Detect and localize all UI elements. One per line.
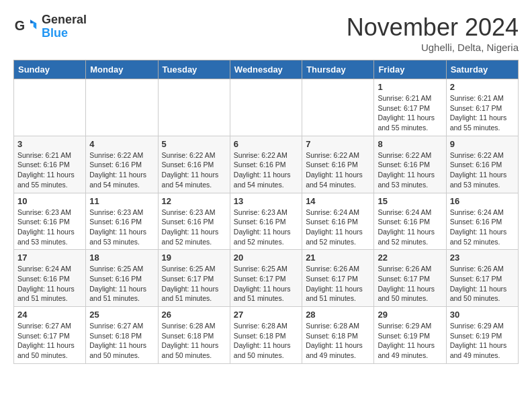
- title-block: November 2024 Ughelli, Delta, Nigeria: [347, 13, 519, 53]
- calendar-day-cell: 28Sunrise: 6:28 AM Sunset: 6:18 PM Dayli…: [302, 307, 374, 364]
- logo-line2: Blue: [42, 27, 87, 40]
- calendar-day-cell: 16Sunrise: 6:24 AM Sunset: 6:16 PM Dayli…: [446, 193, 518, 250]
- day-detail: Sunrise: 6:27 AM Sunset: 6:17 PM Dayligh…: [17, 321, 82, 361]
- day-detail: Sunrise: 6:29 AM Sunset: 6:19 PM Dayligh…: [450, 321, 515, 361]
- calendar-day-cell: 19Sunrise: 6:25 AM Sunset: 6:17 PM Dayli…: [158, 250, 230, 307]
- logo-line1: General: [42, 13, 87, 27]
- day-number: 11: [89, 196, 154, 206]
- day-detail: Sunrise: 6:25 AM Sunset: 6:16 PM Dayligh…: [89, 264, 154, 304]
- day-detail: Sunrise: 6:25 AM Sunset: 6:17 PM Dayligh…: [162, 264, 226, 304]
- day-number: 21: [306, 253, 370, 263]
- calendar-day-cell: 1Sunrise: 6:21 AM Sunset: 6:17 PM Daylig…: [374, 79, 446, 136]
- svg-text:G: G: [15, 18, 25, 33]
- day-number: 4: [89, 139, 154, 149]
- day-detail: Sunrise: 6:25 AM Sunset: 6:17 PM Dayligh…: [234, 264, 298, 304]
- calendar-day-cell: 9Sunrise: 6:22 AM Sunset: 6:16 PM Daylig…: [446, 136, 518, 193]
- day-number: 26: [162, 310, 226, 320]
- logo-text: General Blue: [42, 13, 87, 40]
- day-detail: Sunrise: 6:24 AM Sunset: 6:16 PM Dayligh…: [17, 264, 82, 304]
- calendar-day-cell: 23Sunrise: 6:26 AM Sunset: 6:17 PM Dayli…: [446, 250, 518, 307]
- day-number: 6: [234, 139, 298, 149]
- day-detail: Sunrise: 6:23 AM Sunset: 6:16 PM Dayligh…: [17, 208, 82, 247]
- day-number: 30: [450, 310, 515, 320]
- day-detail: Sunrise: 6:26 AM Sunset: 6:17 PM Dayligh…: [378, 264, 442, 304]
- weekday-header: Thursday: [302, 60, 374, 79]
- day-number: 14: [306, 196, 370, 206]
- calendar-day-cell: 6Sunrise: 6:22 AM Sunset: 6:16 PM Daylig…: [230, 136, 302, 193]
- calendar-day-cell: [302, 79, 374, 136]
- calendar-day-cell: 29Sunrise: 6:29 AM Sunset: 6:19 PM Dayli…: [374, 307, 446, 364]
- day-number: 1: [378, 82, 442, 92]
- day-detail: Sunrise: 6:22 AM Sunset: 6:16 PM Dayligh…: [378, 150, 442, 190]
- calendar-day-cell: [14, 79, 86, 136]
- calendar-week-row: 17Sunrise: 6:24 AM Sunset: 6:16 PM Dayli…: [14, 250, 519, 307]
- location-subtitle: Ughelli, Delta, Nigeria: [347, 42, 519, 53]
- calendar-day-cell: 5Sunrise: 6:22 AM Sunset: 6:16 PM Daylig…: [158, 136, 230, 193]
- calendar-day-cell: 2Sunrise: 6:21 AM Sunset: 6:17 PM Daylig…: [446, 79, 518, 136]
- day-number: 8: [378, 139, 442, 149]
- day-detail: Sunrise: 6:23 AM Sunset: 6:16 PM Dayligh…: [89, 208, 154, 247]
- day-detail: Sunrise: 6:24 AM Sunset: 6:16 PM Dayligh…: [450, 208, 515, 247]
- day-number: 9: [450, 139, 515, 149]
- day-number: 13: [234, 196, 298, 206]
- calendar-day-cell: 26Sunrise: 6:28 AM Sunset: 6:18 PM Dayli…: [158, 307, 230, 364]
- calendar-day-cell: 27Sunrise: 6:28 AM Sunset: 6:18 PM Dayli…: [230, 307, 302, 364]
- logo: G General Blue: [13, 13, 87, 40]
- day-detail: Sunrise: 6:24 AM Sunset: 6:16 PM Dayligh…: [306, 208, 370, 247]
- calendar-week-row: 1Sunrise: 6:21 AM Sunset: 6:17 PM Daylig…: [14, 79, 519, 136]
- weekday-header: Saturday: [446, 60, 518, 79]
- day-number: 12: [162, 196, 226, 206]
- day-detail: Sunrise: 6:22 AM Sunset: 6:16 PM Dayligh…: [306, 150, 370, 190]
- day-number: 2: [450, 82, 515, 92]
- calendar-day-cell: 22Sunrise: 6:26 AM Sunset: 6:17 PM Dayli…: [374, 250, 446, 307]
- day-detail: Sunrise: 6:23 AM Sunset: 6:16 PM Dayligh…: [162, 208, 226, 247]
- calendar-day-cell: 13Sunrise: 6:23 AM Sunset: 6:16 PM Dayli…: [230, 193, 302, 250]
- calendar-day-cell: 24Sunrise: 6:27 AM Sunset: 6:17 PM Dayli…: [14, 307, 86, 364]
- calendar-day-cell: 20Sunrise: 6:25 AM Sunset: 6:17 PM Dayli…: [230, 250, 302, 307]
- day-detail: Sunrise: 6:22 AM Sunset: 6:16 PM Dayligh…: [89, 150, 154, 190]
- day-detail: Sunrise: 6:28 AM Sunset: 6:18 PM Dayligh…: [234, 321, 298, 361]
- calendar-day-cell: 3Sunrise: 6:21 AM Sunset: 6:16 PM Daylig…: [14, 136, 86, 193]
- month-title: November 2024: [347, 13, 519, 42]
- day-detail: Sunrise: 6:22 AM Sunset: 6:16 PM Dayligh…: [162, 150, 226, 190]
- weekday-header: Wednesday: [230, 60, 302, 79]
- day-number: 20: [234, 253, 298, 263]
- day-detail: Sunrise: 6:27 AM Sunset: 6:18 PM Dayligh…: [89, 321, 154, 361]
- calendar-week-row: 24Sunrise: 6:27 AM Sunset: 6:17 PM Dayli…: [14, 307, 519, 364]
- day-detail: Sunrise: 6:29 AM Sunset: 6:19 PM Dayligh…: [378, 321, 442, 361]
- day-detail: Sunrise: 6:28 AM Sunset: 6:18 PM Dayligh…: [306, 321, 370, 361]
- day-detail: Sunrise: 6:28 AM Sunset: 6:18 PM Dayligh…: [162, 321, 226, 361]
- weekday-header: Sunday: [14, 60, 86, 79]
- calendar-day-cell: 14Sunrise: 6:24 AM Sunset: 6:16 PM Dayli…: [302, 193, 374, 250]
- day-number: 22: [378, 253, 442, 263]
- day-detail: Sunrise: 6:23 AM Sunset: 6:16 PM Dayligh…: [234, 208, 298, 247]
- calendar-day-cell: 8Sunrise: 6:22 AM Sunset: 6:16 PM Daylig…: [374, 136, 446, 193]
- day-number: 15: [378, 196, 442, 206]
- calendar-day-cell: 15Sunrise: 6:24 AM Sunset: 6:16 PM Dayli…: [374, 193, 446, 250]
- day-detail: Sunrise: 6:21 AM Sunset: 6:16 PM Dayligh…: [17, 150, 82, 190]
- day-number: 23: [450, 253, 515, 263]
- day-detail: Sunrise: 6:26 AM Sunset: 6:17 PM Dayligh…: [306, 264, 370, 304]
- calendar-day-cell: 30Sunrise: 6:29 AM Sunset: 6:19 PM Dayli…: [446, 307, 518, 364]
- day-detail: Sunrise: 6:24 AM Sunset: 6:16 PM Dayligh…: [378, 208, 442, 247]
- calendar-day-cell: 4Sunrise: 6:22 AM Sunset: 6:16 PM Daylig…: [86, 136, 158, 193]
- day-number: 29: [378, 310, 442, 320]
- day-number: 3: [17, 139, 82, 149]
- calendar-day-cell: 7Sunrise: 6:22 AM Sunset: 6:16 PM Daylig…: [302, 136, 374, 193]
- day-number: 17: [17, 253, 82, 263]
- calendar-day-cell: [158, 79, 230, 136]
- calendar-day-cell: 18Sunrise: 6:25 AM Sunset: 6:16 PM Dayli…: [86, 250, 158, 307]
- calendar-header-row: SundayMondayTuesdayWednesdayThursdayFrid…: [14, 60, 519, 79]
- day-number: 16: [450, 196, 515, 206]
- calendar-day-cell: [86, 79, 158, 136]
- day-number: 7: [306, 139, 370, 149]
- weekday-header: Monday: [86, 60, 158, 79]
- day-detail: Sunrise: 6:21 AM Sunset: 6:17 PM Dayligh…: [450, 93, 515, 133]
- calendar-table: SundayMondayTuesdayWednesdayThursdayFrid…: [13, 60, 519, 364]
- calendar-day-cell: 11Sunrise: 6:23 AM Sunset: 6:16 PM Dayli…: [86, 193, 158, 250]
- weekday-header: Tuesday: [158, 60, 230, 79]
- calendar-week-row: 3Sunrise: 6:21 AM Sunset: 6:16 PM Daylig…: [14, 136, 519, 193]
- calendar-day-cell: 17Sunrise: 6:24 AM Sunset: 6:16 PM Dayli…: [14, 250, 86, 307]
- logo-icon: G: [13, 15, 38, 39]
- calendar-day-cell: 10Sunrise: 6:23 AM Sunset: 6:16 PM Dayli…: [14, 193, 86, 250]
